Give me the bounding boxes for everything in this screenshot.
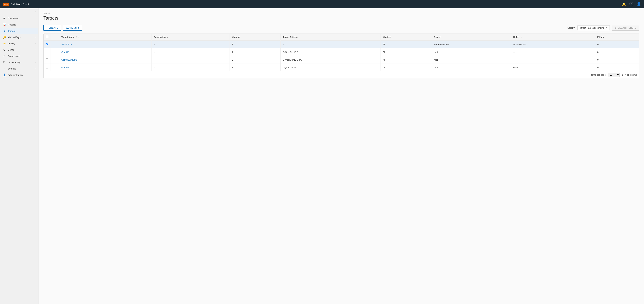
row-target-name: Ubuntu: [59, 64, 151, 71]
target-name-link[interactable]: All Minions: [62, 43, 72, 46]
create-button[interactable]: + CREATE: [44, 25, 61, 31]
row-masters: All: [380, 41, 432, 48]
actions-label: ACTIONS: [66, 26, 77, 29]
chevron-right-icon: ›: [35, 48, 36, 51]
sidebar-item-label: Config: [8, 48, 14, 51]
row-pillars: 0: [595, 56, 639, 64]
row-checkbox[interactable]: [46, 51, 48, 53]
topnav: vmw SaltStack Config 🔔 ? 👤: [0, 0, 644, 8]
sidebar-item-label: Settings: [8, 67, 16, 70]
row-checkbox[interactable]: [46, 43, 48, 45]
sort-value: Target Name (ascending): [580, 26, 605, 29]
row-minions: 1: [230, 64, 280, 71]
row-checkbox[interactable]: [46, 58, 48, 61]
chevron-right-icon: ›: [35, 36, 36, 38]
toolbar: + CREATE ACTIONS ▾ Sort by: Target Name …: [44, 25, 639, 31]
settings-icon: ≡: [3, 67, 6, 70]
sidebar-item-administration[interactable]: 👤 Administration ›: [0, 72, 38, 78]
target-name-link[interactable]: CentOS: [62, 51, 70, 53]
dashboard-icon: ⊞: [3, 17, 6, 20]
table-header-row: Target Name ▲ ▼ ▼ Description: [44, 34, 639, 41]
sort-select[interactable]: Target Name (ascending) ▾: [577, 25, 610, 30]
row-target-criteria: G@os:Ubuntu: [280, 64, 380, 71]
row-target-name: CentOS/Ubuntu: [59, 56, 151, 64]
reports-icon: 📊: [3, 23, 6, 26]
sidebar-item-dashboard[interactable]: ⊞ Dashboard: [0, 15, 38, 21]
row-menu-button[interactable]: ⋮: [53, 65, 57, 69]
table-row: ⋮ CentOS/Ubuntu -- 2 G@os:CentOS or ... …: [44, 56, 639, 64]
filter-icon[interactable]: ▼: [78, 36, 80, 38]
columns-toggle-icon[interactable]: ⊞: [46, 73, 48, 77]
filter-icon[interactable]: ▼: [520, 36, 522, 38]
main-content: Targets Targets + CREATE ACTIONS ▾ Sort …: [38, 8, 644, 304]
filter-icon[interactable]: ▼: [167, 36, 169, 38]
targets-icon: ◈: [3, 29, 6, 32]
th-description-label: Description: [154, 36, 166, 38]
page-title: Targets: [44, 15, 639, 21]
row-target-criteria: G@os:CentOS or ...: [280, 56, 380, 64]
minion-keys-icon: 🔑: [3, 36, 6, 39]
row-checkbox-cell: [44, 41, 50, 48]
select-all-checkbox[interactable]: [46, 36, 48, 38]
sidebar-item-label: Reports: [8, 23, 16, 26]
target-name-link[interactable]: Ubuntu: [62, 66, 69, 69]
user-icon[interactable]: 👤: [636, 2, 641, 6]
row-checkbox[interactable]: [46, 66, 48, 68]
sidebar-item-config[interactable]: ⚙ Config ›: [0, 47, 38, 53]
items-per-page-select: 10 20 50 100: [608, 73, 620, 77]
clear-filters-button[interactable]: ⊘ CLEAR FILTERS: [612, 25, 639, 30]
help-icon[interactable]: ?: [629, 2, 633, 6]
sort-asc-icon: ▲: [76, 35, 77, 37]
items-per-page-dropdown[interactable]: 10 20 50 100: [608, 73, 620, 77]
sidebar-item-reports[interactable]: 📊 Reports: [0, 21, 38, 28]
table-footer: ⊞ Items per page 10 20 50 100 1 - 4 of 4…: [44, 71, 639, 78]
sidebar-collapse: «: [0, 8, 38, 15]
sidebar-item-minion-keys[interactable]: 🔑 Minion Keys ›: [0, 34, 38, 40]
items-per-page-label: Items per page: [590, 74, 606, 76]
sort-icons: ▲ ▼: [76, 35, 77, 39]
footer-right: Items per page 10 20 50 100 1 - 4 of 4 i…: [590, 73, 637, 77]
th-roles: Roles ▼: [511, 34, 595, 41]
row-description: --: [151, 56, 230, 64]
sidebar-item-label: Compliance: [8, 55, 20, 57]
sidebar-item-label: Targets: [8, 30, 16, 32]
filter-icon: ⊘: [615, 27, 616, 29]
sidebar-item-settings[interactable]: ≡ Settings ›: [0, 65, 38, 72]
th-pillars: Pillars: [595, 34, 639, 41]
chevron-right-icon: ›: [35, 74, 36, 76]
sidebar-item-label: Administration: [8, 74, 23, 76]
row-checkbox-cell: [44, 48, 50, 56]
sidebar-collapse-button[interactable]: «: [35, 10, 36, 13]
row-target-name: All Minions: [59, 41, 151, 48]
notification-icon[interactable]: 🔔: [622, 2, 626, 6]
row-menu-button[interactable]: ⋮: [53, 42, 57, 46]
vulnerability-icon: 🛡: [3, 61, 6, 64]
topnav-left: vmw SaltStack Config: [3, 3, 30, 6]
row-roles: User: [511, 64, 595, 71]
row-target-criteria: G@os:CentOS: [280, 48, 380, 56]
targets-table-container: Target Name ▲ ▼ ▼ Description: [44, 33, 639, 78]
row-menu-button[interactable]: ⋮: [53, 58, 57, 62]
th-description[interactable]: Description ▼: [151, 34, 230, 41]
actions-button[interactable]: ACTIONS ▾: [63, 25, 82, 31]
toolbar-right: Sort by: Target Name (ascending) ▾ ⊘ CLE…: [567, 25, 639, 30]
th-owner: Owner: [432, 34, 511, 41]
sidebar-item-compliance[interactable]: ✓ Compliance ›: [0, 53, 38, 59]
th-target-name[interactable]: Target Name ▲ ▼ ▼: [59, 34, 151, 41]
sidebar-item-activity[interactable]: ⚡ Activity ›: [0, 40, 38, 47]
th-minions-label: Minions: [232, 36, 240, 38]
chevron-right-icon: ›: [35, 42, 36, 45]
target-name-link[interactable]: CentOS/Ubuntu: [62, 58, 78, 61]
row-menu-cell: ⋮: [50, 64, 59, 71]
administration-icon: 👤: [3, 74, 6, 76]
row-minions: 2: [230, 56, 280, 64]
chevron-right-icon: ›: [35, 61, 36, 64]
sort-chevron-icon: ▾: [606, 26, 608, 29]
row-owner: root: [432, 56, 511, 64]
row-description: --: [151, 41, 230, 48]
sidebar-item-targets[interactable]: ◈ Targets: [0, 28, 38, 34]
th-select-all: [44, 34, 50, 41]
topnav-right: 🔔 ? 👤: [622, 2, 641, 6]
row-menu-button[interactable]: ⋮: [53, 50, 57, 54]
sidebar-item-vulnerability[interactable]: 🛡 Vulnerability ›: [0, 59, 38, 65]
